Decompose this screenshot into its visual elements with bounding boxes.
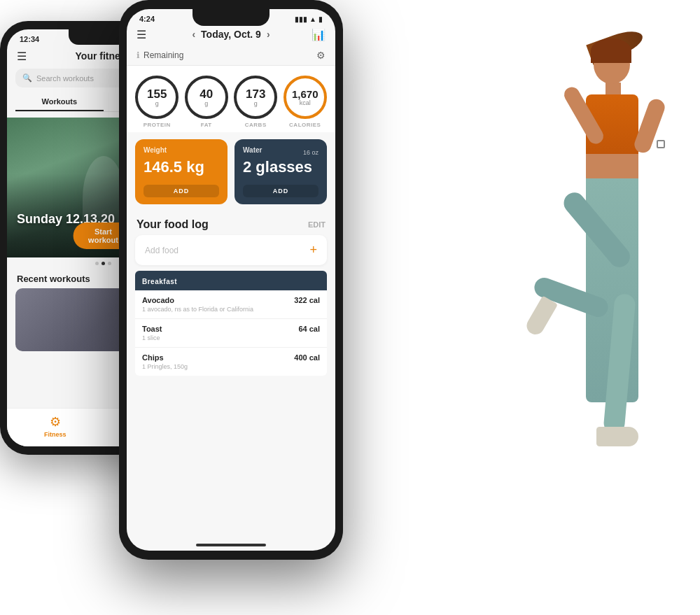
protein-circle: 155 g [135,76,178,119]
hair-top [591,38,631,63]
meal-breakfast: Breakfast Avocado 1 avocado, ns as to Fl… [135,271,327,376]
food-cal-toast: 64 cal [298,325,320,333]
menu-icon-phone2[interactable]: ☰ [136,28,146,41]
fitness-icon: ⚙ [50,414,61,430]
macros-row: 155 g PROTEIN 40 g FAT 173 g CARBS [127,66,335,132]
signal-icons-phone2: ▮▮▮ ▲ ▮ [295,15,323,23]
protein-unit: g [155,100,159,107]
protein-value: 155 [147,88,167,100]
nav-fitness[interactable]: ⚙ Fitness [7,414,104,438]
remaining-text: ℹ Remaining [136,50,183,60]
food-name-avocado: Avocado [142,296,253,304]
phone-nutrition: 4:24 ▮▮▮ ▲ ▮ ☰ ‹ Today, Oct. 9 › 📊 ℹ Rem… [119,0,343,560]
food-cal-avocado: 322 cal [294,296,320,304]
left-shoe [524,295,558,337]
remaining-row: ℹ Remaining ⚙ [127,45,335,66]
time-phone1: 12:34 [20,35,39,43]
macro-protein: 155 g PROTEIN [135,76,178,128]
water-add-button[interactable]: ADD [243,185,318,197]
add-food-placeholder: Add food [145,246,178,255]
phone2-screen: 4:24 ▮▮▮ ▲ ▮ ☰ ‹ Today, Oct. 9 › 📊 ℹ Rem… [127,9,335,551]
food-items-list: Avocado 1 avocado, ns as to Florida or C… [135,290,327,376]
cards-row: Weight 146.5 kg ADD Water 16 oz 2 glasse… [127,132,335,211]
water-card-value: 2 glasses [243,158,318,176]
prev-day-button[interactable]: ‹ [192,29,195,40]
battery-icon-phone2: ▮ [318,15,323,23]
weight-card: Weight 146.5 kg ADD [135,139,227,204]
calories-label: CALORIES [289,122,321,128]
calories-value: 1,670 [292,89,318,99]
dot-1 [95,262,99,265]
water-card-label: Water [243,146,262,154]
food-desc-chips: 1 Pringles, 150g [142,363,188,370]
tab-workouts[interactable]: Workouts [15,93,104,111]
carbs-label: CARBS [245,122,267,128]
food-log-title: Your food log [136,218,209,231]
food-desc-toast: 1 slice [142,334,162,341]
food-name-toast: Toast [142,325,162,333]
fat-label: FAT [201,122,212,128]
carbs-circle: 173 g [234,76,277,119]
filter-icon[interactable]: ⚙ [316,50,326,61]
dot-2 [102,262,105,265]
food-desc-avocado: 1 avocado, ns as to Florida or Californi… [142,306,253,313]
carbs-unit: g [254,100,258,107]
macro-fat: 40 g FAT [185,76,228,128]
water-card: Water 16 oz 2 glasses ADD [234,139,327,204]
weight-card-value: 146.5 kg [144,158,219,176]
food-name-chips: Chips [142,353,188,362]
weight-card-label: Weight [144,146,219,154]
wifi-icon-phone2: ▲ [309,15,316,23]
calories-unit: kcal [300,99,311,106]
chart-icon[interactable]: 📊 [312,28,326,41]
food-item-toast[interactable]: Toast 1 slice 64 cal [135,319,327,348]
fat-value: 40 [200,88,213,100]
signal-bar-icon: ▮▮▮ [295,15,307,23]
remaining-label: Remaining [144,50,183,60]
food-cal-chips: 400 cal [294,353,320,362]
meal-breakfast-label: Breakfast [142,278,177,285]
macro-calories: 1,670 kcal CALORIES [284,76,327,128]
athlete-figure [490,0,700,615]
protein-label: PROTEIN [144,122,171,128]
food-item-chips[interactable]: Chips 1 Pringles, 150g 400 cal [135,348,327,376]
fitness-nav-label: Fitness [44,431,66,438]
phone2-header: ☰ ‹ Today, Oct. 9 › 📊 [127,26,335,45]
next-day-button[interactable]: › [267,29,270,40]
current-date: Today, Oct. 9 [201,29,261,40]
right-shoe [596,427,638,446]
edit-log-button[interactable]: EDIT [308,220,326,229]
weight-add-button[interactable]: ADD [144,185,219,197]
midriff [586,154,638,182]
add-food-plus-icon[interactable]: + [309,243,317,257]
dot-3 [108,262,111,265]
search-placeholder: Search workouts [36,74,94,83]
info-icon: ℹ [136,50,140,60]
date-nav: ‹ Today, Oct. 9 › [192,29,270,40]
food-log-header: Your food log EDIT [127,211,335,235]
carbs-value: 173 [246,88,265,100]
fat-unit: g [204,100,208,107]
watch [657,140,665,148]
water-sub-label: 16 oz [303,149,318,156]
food-item-avocado[interactable]: Avocado 1 avocado, ns as to Florida or C… [135,290,327,319]
macro-carbs: 173 g CARBS [234,76,277,128]
calories-circle: 1,670 kcal [284,76,327,119]
meal-breakfast-header: Breakfast [135,271,327,290]
search-icon: 🔍 [22,73,32,83]
phone2-notch [192,9,270,26]
menu-icon-phone1[interactable]: ☰ [17,50,27,63]
time-phone2: 4:24 [139,15,155,23]
fat-circle: 40 g [185,76,228,119]
athlete-area [476,0,700,615]
home-indicator-phone2 [196,544,266,546]
add-food-row[interactable]: Add food + [135,235,327,265]
